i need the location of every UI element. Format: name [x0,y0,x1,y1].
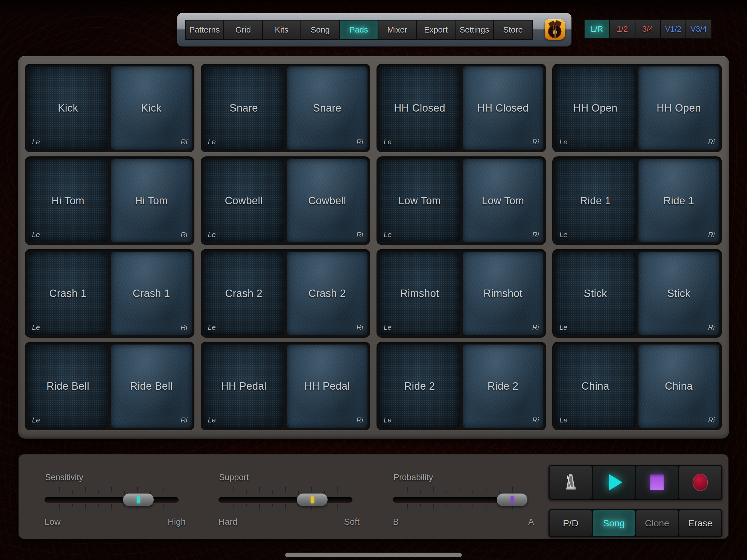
pad-right-tag: Ri [356,230,363,239]
mode-btn-p-d[interactable]: P/D [549,510,592,536]
slider-handle-probability[interactable] [497,493,527,506]
record-button[interactable] [679,466,721,499]
tab-pads[interactable]: Pads [340,21,378,39]
pad-ride-2-left[interactable]: Ride 2Le [379,345,460,428]
pad-label: Ride 2 [404,380,435,392]
play-button[interactable] [593,466,635,499]
tick-mark [337,504,338,513]
slider-support: SupportHardSoft [218,473,371,527]
pad-rimshot-right[interactable]: RimshotRi [463,252,543,335]
pad-pair-cowbell: CowbellLeCowbellRi [201,156,370,245]
slider-handle-marker [137,496,140,503]
pad-crash-2-right[interactable]: Crash 2Ri [287,252,367,335]
tab-patterns[interactable]: Patterns [186,21,223,39]
pad-crash-2-left[interactable]: Crash 2Le [203,252,284,335]
play-icon [609,474,622,491]
view-btn-label: L/R [591,25,603,34]
tab-store[interactable]: Store [494,21,532,39]
mode-btn-label: P/D [563,518,578,529]
view-btn-1-2[interactable]: 1/2 [610,20,635,38]
pad-china-left[interactable]: ChinaLe [555,345,636,428]
slider-min-label: Low [45,517,61,527]
pad-hh-open-right[interactable]: HH OpenRi [639,67,719,150]
slider-sensitivity: SensitivityLowHigh [45,473,198,527]
drum-app-screen: PatternsGridKitsSongPadsMixerExportSetti… [0,0,747,560]
tick-mark [163,487,164,496]
tab-mixer[interactable]: Mixer [379,21,416,39]
slider-probability: ProbabilityBA [393,473,546,527]
slider-track-sensitivity[interactable] [45,497,179,503]
mode-btn-label: Erase [688,518,713,529]
slider-track-probability[interactable] [393,497,527,503]
home-indicator[interactable] [285,553,462,557]
drum-app-icon[interactable] [545,19,565,40]
pad-hh-open-left[interactable]: HH OpenLe [555,67,636,150]
tick-mark [72,504,73,508]
pad-hh-pedal-left[interactable]: HH PedalLe [203,345,284,428]
tab-label: Export [424,25,448,34]
pad-left-tag: Le [384,230,391,239]
pad-low-tom-right[interactable]: Low TomRi [463,159,543,242]
pad-kick-right[interactable]: KickRi [111,67,192,150]
pad-label: Ride 1 [663,195,694,207]
pad-left-tag: Le [384,138,391,146]
pad-hh-closed-left[interactable]: HH ClosedLe [379,67,460,150]
stop-button[interactable] [636,466,678,499]
pad-snare-left[interactable]: SnareLe [203,67,284,150]
pad-hi-tom-right[interactable]: Hi TomRi [111,159,192,242]
pad-rimshot-left[interactable]: RimshotLe [379,252,460,335]
pad-hh-pedal-right[interactable]: HH PedalRi [287,345,367,428]
view-btn-3-4[interactable]: 3/4 [636,20,660,38]
slider-track-support[interactable] [218,497,353,503]
tab-kits[interactable]: Kits [263,21,301,39]
pad-pair-ride-bell: Ride BellLeRide BellRi [25,342,195,430]
tick-mark [259,504,260,513]
pad-hh-closed-right[interactable]: HH ClosedRi [463,67,543,150]
pad-ride-bell-left[interactable]: Ride BellLe [28,345,108,428]
pad-cowbell-right[interactable]: CowbellRi [287,159,367,242]
pad-china-right[interactable]: ChinaRi [639,345,719,428]
tab-grid[interactable]: Grid [224,21,262,39]
tick-mark [246,491,247,496]
pad-pair-hh-pedal: HH PedalLeHH PedalRi [201,342,370,430]
slider-handle-sensitivity[interactable] [123,493,154,506]
view-btn-v1-2[interactable]: V1/2 [661,20,686,38]
slider-min-label: Hard [218,517,237,527]
pad-stick-left[interactable]: StickLe [555,252,636,335]
tick-mark [98,504,99,508]
view-btn-l-r[interactable]: L/R [585,20,609,38]
pad-kick-left[interactable]: KickLe [28,67,108,150]
tick-mark [420,504,421,508]
pad-cowbell-left[interactable]: CowbellLe [203,159,284,242]
pad-pair-hh-open: HH OpenLeHH OpenRi [552,64,722,152]
mode-btn-song[interactable]: Song [593,510,635,536]
tab-settings[interactable]: Settings [456,21,493,39]
pad-ride-bell-right[interactable]: Ride BellRi [111,345,192,428]
tab-export[interactable]: Export [417,21,455,39]
view-btn-label: 1/2 [617,25,628,34]
metronome-button[interactable] [549,466,592,499]
pad-ride-1-left[interactable]: Ride 1Le [555,159,636,242]
tick-mark [486,487,486,496]
pad-label: Crash 1 [133,288,170,299]
mode-btn-clone[interactable]: Clone [636,510,678,536]
slider-handle-support[interactable] [297,493,328,506]
pad-snare-right[interactable]: SnareRi [287,67,367,150]
pad-left-tag: Le [32,323,40,332]
pad-crash-1-right[interactable]: Crash 1Ri [111,252,192,335]
tick-mark [446,491,447,496]
pad-right-tag: Ri [180,230,187,239]
slider-title: Probability [393,473,546,485]
pad-label: Rimshot [483,288,522,299]
pad-hi-tom-left[interactable]: Hi TomLe [28,159,108,242]
pad-ride-2-right[interactable]: Ride 2Ri [463,345,543,428]
nav-tabs: PatternsGridKitsSongPadsMixerExportSetti… [185,20,533,40]
tab-song[interactable]: Song [301,21,339,39]
pad-crash-1-left[interactable]: Crash 1Le [28,252,108,335]
view-btn-v3-4[interactable]: V3/4 [686,20,711,38]
tab-label: Patterns [189,25,220,34]
pad-stick-right[interactable]: StickRi [639,252,719,335]
pad-ride-1-right[interactable]: Ride 1Ri [639,159,719,242]
pad-low-tom-left[interactable]: Low TomLe [379,159,460,242]
mode-btn-erase[interactable]: Erase [679,510,721,536]
